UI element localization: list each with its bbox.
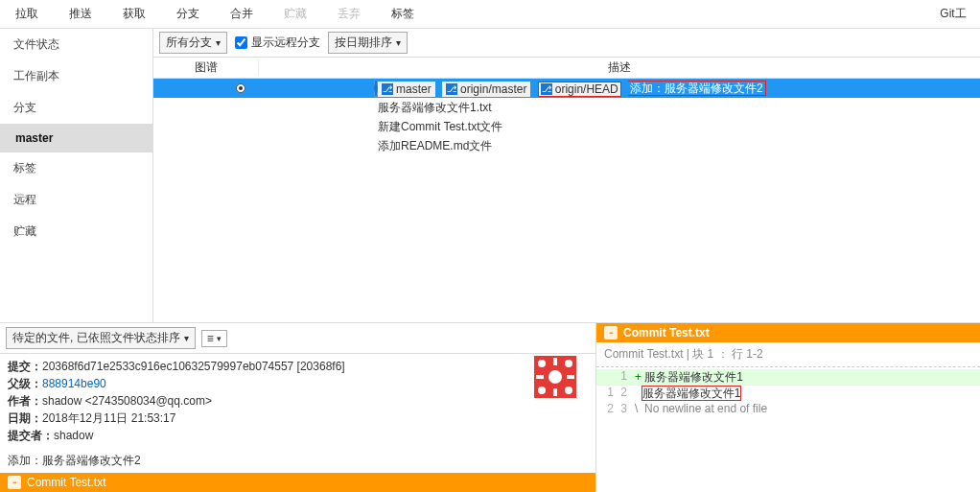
commit-row[interactable]: ⎇master ⎇origin/master ⎇origin/HEAD 添加：服… <box>153 79 980 98</box>
changed-file[interactable]: Commit Test.txt <box>0 473 595 492</box>
commit-row[interactable]: 新建Commit Test.txt文件 <box>153 117 980 136</box>
commit-hash-label: 提交： <box>8 360 42 373</box>
file-sort-select[interactable]: 待定的文件, 已依照文件状态排序 <box>6 327 196 349</box>
parent-label: 父级： <box>8 377 42 390</box>
commit-message: 添加README.md文件 <box>378 138 492 154</box>
diff-line-added: 1 服务器端修改文件1 <box>596 369 980 386</box>
commit-hash: 20368f6d71e2533c916ec10632579997eb074557… <box>42 360 345 373</box>
hunk-header: Commit Test.txt | 块 1 ： 行 1-2 <box>596 342 980 367</box>
sidebar-remotes[interactable]: 远程 <box>0 184 152 216</box>
commit-message: 服务器端修改文件1.txt <box>378 100 492 116</box>
branch-button[interactable]: 分支 <box>161 0 215 28</box>
sidebar-tags[interactable]: 标签 <box>0 152 152 184</box>
remote-icon: ⎇ <box>446 83 457 95</box>
pull-button[interactable]: 拉取 <box>0 0 54 28</box>
commit-row[interactable]: 服务器端修改文件1.txt <box>153 98 980 117</box>
discard-button[interactable]: 丢弃 <box>322 0 376 28</box>
committer-value: shadow <box>54 429 93 442</box>
remote-icon: ⎇ <box>541 83 552 95</box>
stash-button[interactable]: 贮藏 <box>268 0 322 28</box>
sidebar-branches[interactable]: 分支 <box>0 92 152 124</box>
author-value: shadow <2743508034@qq.com> <box>42 394 212 408</box>
commit-row[interactable]: 添加README.md文件 <box>153 136 980 155</box>
parent-link[interactable]: 888914be90 <box>42 377 106 390</box>
svg-point-5 <box>565 387 572 394</box>
branch-filter-select[interactable]: 所有分支 <box>159 32 227 54</box>
commit-list: ⎇master ⎇origin/master ⎇origin/HEAD 添加：服… <box>153 79 980 322</box>
diff-body: 1 服务器端修改文件1 12 服务器端修改文件1 23 No newline a… <box>596 367 980 417</box>
ref-origin-master: ⎇origin/master <box>442 82 530 97</box>
svg-rect-9 <box>567 375 574 379</box>
svg-rect-6 <box>553 358 557 365</box>
avatar <box>534 356 576 398</box>
diff-line-no-newline: 23 No newline at end of file <box>596 402 980 415</box>
commit-headers: 图谱 描述 <box>153 58 980 79</box>
svg-point-2 <box>538 360 546 367</box>
file-name: Commit Test.txt <box>27 476 105 489</box>
tag-button[interactable]: 标签 <box>376 0 430 28</box>
modified-file-icon <box>604 326 618 340</box>
header-graph: 图谱 <box>153 59 259 76</box>
commit-message: 添加：服务器端修改文件2 <box>628 81 766 96</box>
fetch-button[interactable]: 获取 <box>107 0 161 28</box>
diff-line-context: 12 服务器端修改文件1 <box>596 386 980 402</box>
show-remote-input[interactable] <box>235 36 247 49</box>
diff-file-header: Commit Test.txt <box>596 323 980 342</box>
diff-file-name: Commit Test.txt <box>623 326 710 340</box>
commit-info: 提交：20368f6d71e2533c916ec10632579997eb074… <box>0 354 595 473</box>
view-mode-button[interactable] <box>201 330 227 347</box>
show-remote-label: 显示远程分支 <box>251 35 320 51</box>
main-toolbar: 拉取 推送 获取 分支 合并 贮藏 丢弃 标签 Git工 <box>0 0 980 29</box>
svg-rect-7 <box>553 388 557 396</box>
header-description: 描述 <box>259 59 980 76</box>
commit-node-icon <box>236 83 245 93</box>
date-value: 2018年12月11日 21:53:17 <box>42 411 175 425</box>
date-label: 日期： <box>8 411 42 425</box>
push-button[interactable]: 推送 <box>54 0 107 28</box>
commit-message: 新建Commit Test.txt文件 <box>378 119 502 135</box>
filter-bar: 所有分支 显示远程分支 按日期排序 <box>153 29 980 58</box>
sidebar: 文件状态 工作副本 分支 master 标签 远程 贮藏 <box>0 29 153 322</box>
git-cli-button[interactable]: Git工 <box>926 0 980 28</box>
sidebar-stashes[interactable]: 贮藏 <box>0 216 152 247</box>
ref-master: ⎇master <box>378 82 435 97</box>
show-remote-checkbox[interactable]: 显示远程分支 <box>235 35 320 51</box>
branch-icon: ⎇ <box>382 83 393 95</box>
author-label: 作者： <box>8 394 42 408</box>
ref-origin-head: ⎇origin/HEAD <box>538 82 621 97</box>
committer-label: 提交者： <box>8 429 54 442</box>
file-sort-bar: 待定的文件, 已依照文件状态排序 <box>0 323 595 354</box>
svg-point-3 <box>565 360 572 367</box>
commit-summary: 添加：服务器端修改文件2 <box>8 452 588 469</box>
sort-order-select[interactable]: 按日期排序 <box>328 32 408 54</box>
modified-file-icon <box>8 476 21 489</box>
sidebar-working-copy[interactable]: 工作副本 <box>0 60 152 92</box>
sidebar-file-status[interactable]: 文件状态 <box>0 29 152 60</box>
merge-button[interactable]: 合并 <box>215 0 268 28</box>
sidebar-branch-master[interactable]: master <box>0 124 152 152</box>
svg-point-1 <box>548 370 562 384</box>
svg-rect-8 <box>536 375 544 379</box>
svg-point-4 <box>538 387 546 394</box>
